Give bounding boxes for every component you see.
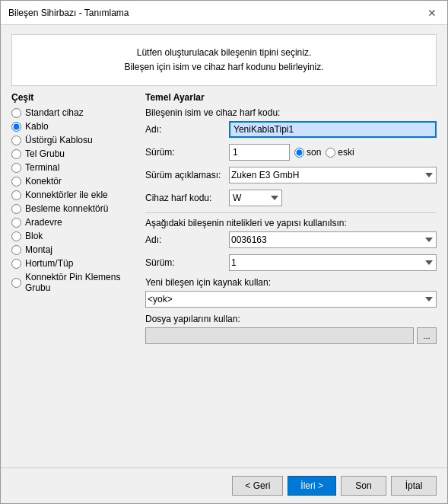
kaynak-select[interactable]: <yok>	[145, 291, 437, 308]
radio-konnektorler-label: Konnektörler ile ekle	[25, 190, 108, 200]
radio-montaj-label: Montaj	[25, 244, 52, 255]
dosya-field-group: ...	[145, 327, 437, 344]
kaynak-field-group: <yok>	[145, 291, 437, 308]
dialog-window: Bileşen Sihirbazı - Tanımlama ✕ Lütfen o…	[0, 0, 448, 504]
son-button[interactable]: Son	[341, 476, 386, 496]
cihaz-harf-label: Cihaz harf kodu:	[145, 193, 229, 203]
radio-son[interactable]: son	[294, 147, 321, 158]
info-line1: Lütfen oluşturulacak bileşenin tipini se…	[27, 46, 421, 60]
sub-adi-field-group: Adı: 0036163	[145, 231, 437, 248]
surum-input[interactable]	[229, 144, 290, 161]
content-area: Çeşit Standart cihaz Kablo Üstörgü Kablo…	[1, 92, 447, 467]
cihaz-harf-field-group: Cihaz harf kodu: W	[145, 190, 437, 206]
title-bar: Bileşen Sihirbazı - Tanımlama ✕	[1, 1, 447, 25]
adi-input[interactable]	[229, 121, 437, 138]
radio-tel-label: Tel Grubu	[25, 148, 65, 159]
radio-ustorgu-label: Üstörgü Kablosu	[25, 135, 93, 145]
radio-montaj[interactable]: Montaj	[11, 244, 133, 255]
radio-terminal[interactable]: Terminal	[11, 162, 133, 173]
sub-surum-label: Sürüm:	[145, 257, 229, 268]
radio-tel[interactable]: Tel Grubu	[11, 148, 133, 159]
adi-field-group: Adı:	[145, 121, 437, 138]
radio-kablo-label: Kablo	[25, 121, 49, 132]
right-panel: Temel Ayarlar Bileşenin isim ve cihaz ha…	[145, 92, 437, 467]
info-box: Lütfen oluşturulacak bileşenin tipini se…	[11, 34, 437, 86]
sub-adi-select[interactable]: 0036163	[229, 231, 437, 248]
radio-besleme-label: Besleme konnektörü	[25, 203, 108, 214]
adi-label: Adı:	[145, 124, 229, 135]
radio-hortum[interactable]: Hortum/Tüp	[11, 258, 133, 269]
cihaz-harf-select[interactable]: W	[229, 190, 282, 206]
surum-label: Sürüm:	[145, 147, 229, 158]
radio-kablo[interactable]: Kablo	[11, 121, 133, 132]
dialog-title: Bileşen Sihirbazı - Tanımlama	[8, 8, 129, 18]
surum-aciklama-field-group: Sürüm açıklaması: Zuken E3 GmbH	[145, 167, 437, 183]
surum-field-group: Sürüm: son eski	[145, 144, 437, 161]
sub-section-label: Aşağıdaki bileşenin nitelikleri ve yapıs…	[145, 218, 437, 228]
dosya-input[interactable]	[145, 327, 414, 344]
left-panel: Çeşit Standart cihaz Kablo Üstörgü Kablo…	[11, 92, 133, 467]
surum-aciklama-select[interactable]: Zuken E3 GmbH	[229, 167, 437, 183]
radio-aradevre-label: Aradevre	[25, 217, 62, 228]
browse-button[interactable]: ...	[417, 327, 437, 344]
son-label: son	[307, 147, 321, 158]
radio-blok-label: Blok	[25, 231, 43, 241]
kaynak-label: Yeni bileşen için kaynak kullan:	[145, 277, 437, 288]
sub-surum-select[interactable]: 1	[229, 254, 437, 271]
radio-blok[interactable]: Blok	[11, 231, 133, 241]
radio-eski[interactable]: eski	[326, 147, 354, 158]
divider1	[145, 212, 437, 213]
info-line2: Bileşen için isim ve cihaz harf kodunu b…	[27, 60, 421, 75]
radio-standart[interactable]: Standart cihaz	[11, 107, 133, 118]
ileri-button[interactable]: İleri >	[288, 476, 336, 496]
eski-label: eski	[338, 147, 354, 158]
sub-surum-field-group: Sürüm: 1	[145, 254, 437, 271]
radio-konnektorpin-label: Konnektör Pin Klemens Grubu	[25, 272, 133, 293]
dosya-label: Dosya yapılarını kullan:	[145, 314, 437, 324]
radio-hortum-label: Hortum/Tüp	[25, 258, 73, 269]
geri-button[interactable]: < Geri	[232, 476, 283, 496]
radio-standart-label: Standart cihaz	[25, 107, 84, 118]
radio-ustorgu[interactable]: Üstörgü Kablosu	[11, 135, 133, 145]
radio-terminal-label: Terminal	[25, 162, 59, 173]
radio-besleme[interactable]: Besleme konnektörü	[11, 203, 133, 214]
right-section-title: Temel Ayarlar	[145, 92, 437, 103]
radio-konnektorler[interactable]: Konnektörler ile ekle	[11, 190, 133, 200]
radio-konnektorpin[interactable]: Konnektör Pin Klemens Grubu	[11, 272, 133, 293]
sub-adi-label: Adı:	[145, 234, 229, 245]
version-row: son eski	[229, 144, 354, 161]
name-section-label: Bileşenin isim ve cihaz harf kodu:	[145, 107, 437, 118]
close-button[interactable]: ✕	[424, 5, 440, 21]
left-section-title: Çeşit	[11, 92, 133, 103]
bottom-bar: < Geri İleri > Son İptal	[1, 467, 447, 503]
iptal-button[interactable]: İptal	[391, 476, 437, 496]
surum-aciklama-label: Sürüm açıklaması:	[145, 170, 229, 180]
radio-konektor[interactable]: Konektör	[11, 176, 133, 187]
radio-konektor-label: Konektör	[25, 176, 62, 187]
radio-aradevre[interactable]: Aradevre	[11, 217, 133, 228]
